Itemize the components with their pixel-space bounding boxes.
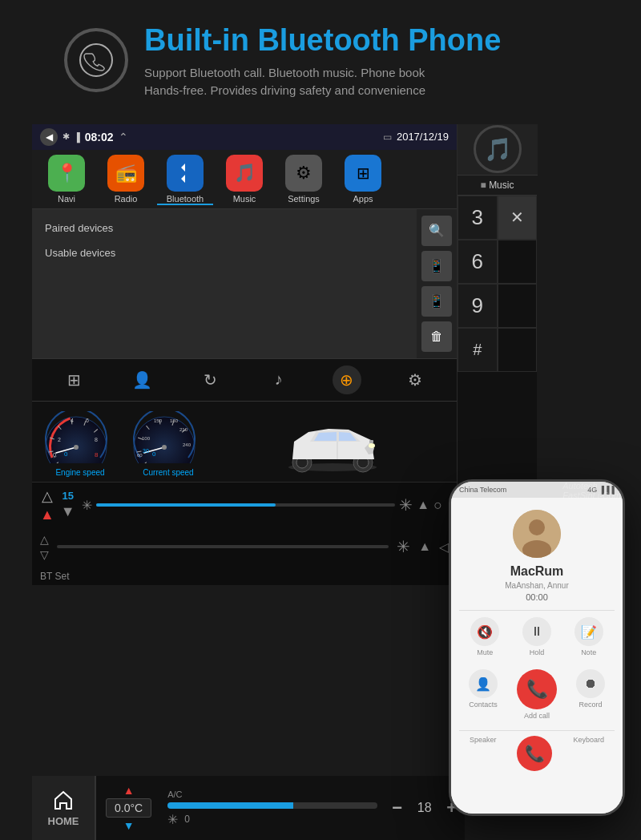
home-bar: HOME ▲ 0.0°C ▼ A/C ✳ 0 − 18 + <box>32 776 465 840</box>
bt-delete-button[interactable]: 🗑 <box>421 321 452 352</box>
caller-location: MaAnshan, Annur <box>505 581 569 590</box>
mute-action[interactable]: 🔇 Mute <box>470 617 499 656</box>
home-ac-slider[interactable] <box>167 802 377 809</box>
ac-number: 15 <box>62 490 74 502</box>
paired-devices-item[interactable]: Paired devices <box>32 216 417 240</box>
call-duration: 00:00 <box>526 592 548 602</box>
ac-label-row: A/C <box>167 790 377 799</box>
speaker-label: Speaker <box>470 736 497 771</box>
status-icons: ✱ ▐ <box>62 131 80 142</box>
keypad-x[interactable]: ✕ <box>498 196 538 240</box>
subtitle-line2: Hands-free. Provides driving safety and … <box>144 82 577 100</box>
usable-devices-item[interactable]: Usable devices <box>32 240 417 265</box>
gauge-section: 0 2 4 6 8 8 0 Engine speed <box>32 402 457 482</box>
battery-icon: ▭ <box>383 131 392 143</box>
svg-point-46 <box>529 519 545 535</box>
caller-name: MacRum <box>510 564 564 579</box>
user-nav-icon[interactable]: 👤 <box>128 365 157 394</box>
home-icon <box>52 790 75 812</box>
music-widget: 🎵 <box>458 124 538 176</box>
keypad-9[interactable]: 9 <box>458 284 498 328</box>
bt-set-bar: △ ▽ ✳ ▲ ◁ <box>32 528 457 566</box>
bt-slider[interactable] <box>57 545 389 548</box>
contacts-label: Contacts <box>469 701 498 709</box>
temp-down-arrow[interactable]: ▼ <box>123 820 135 831</box>
navi-label: Navi <box>58 194 75 204</box>
radio-icon: 📻 <box>107 155 144 192</box>
record-action[interactable]: ⏺ Record <box>576 669 605 720</box>
up-btn-bt[interactable]: ▲ <box>418 539 431 554</box>
settings-nav-icon[interactable]: ⚙ <box>401 365 429 394</box>
home-slider-area: A/C ✳ 0 <box>161 790 384 827</box>
date-display: 2017/12/19 <box>397 131 449 143</box>
ac-fan-slider: ✳ ✳ ▲ ○ <box>75 495 449 515</box>
car-image <box>276 410 389 474</box>
note-action[interactable]: 📝 Note <box>574 617 603 656</box>
app-settings[interactable]: ⚙ Settings <box>276 155 332 205</box>
bt-search-button[interactable]: 🔍 <box>421 216 452 246</box>
car-image-area <box>216 410 449 474</box>
phone-carrier: China Telecom <box>459 486 506 494</box>
hold-icon: ⏸ <box>522 617 551 646</box>
app-navi[interactable]: 📍 Navi <box>38 155 95 205</box>
minus-button[interactable]: − <box>392 798 402 818</box>
app-bluetooth[interactable]: Bluetooth <box>157 155 213 205</box>
bt-phone-button[interactable]: 📱 <box>421 251 452 281</box>
up-btn-fan[interactable]: ▲ <box>417 498 429 512</box>
app-radio[interactable]: 📻 Radio <box>98 155 154 205</box>
bt-device-button[interactable]: 📱 <box>421 286 452 317</box>
svg-text:8: 8 <box>95 437 98 442</box>
grid-nav-icon[interactable]: ⊞ <box>60 365 89 394</box>
music-nav-icon[interactable]: ♪ <box>264 365 293 394</box>
circle-btn[interactable]: ○ <box>433 497 442 514</box>
ac-control-row: △ ▲ 15 ▼ ✳ ✳ ▲ ○ <box>32 482 457 528</box>
right-arrow-bt[interactable]: ◁ <box>439 539 449 555</box>
fan-icon-right: ✳ <box>399 495 413 515</box>
keypad-hash[interactable]: # <box>458 328 498 372</box>
refresh-nav-icon[interactable]: ↻ <box>196 365 225 394</box>
svg-text:6: 6 <box>86 418 89 423</box>
music-widget-label: ■ Music <box>458 176 537 196</box>
back-button[interactable]: ◀ <box>40 128 58 146</box>
link-nav-icon[interactable]: ⊕ <box>333 365 361 394</box>
up-solid-arrow[interactable]: ▲ <box>40 507 54 523</box>
status-left: ◀ ✱ ▐ 08:02 ⌃ <box>40 128 128 146</box>
svg-text:180: 180 <box>170 418 179 423</box>
keypad-3[interactable]: 3 <box>458 196 498 240</box>
hold-action[interactable]: ⏸ Hold <box>522 617 551 656</box>
call-button[interactable]: 📞 <box>517 669 557 709</box>
down-arrow-btn[interactable]: ▼ <box>61 503 75 520</box>
signal-icon: ▐ <box>74 132 80 142</box>
fan-slider-bar[interactable] <box>96 503 396 507</box>
svg-rect-44 <box>369 440 373 443</box>
app-music[interactable]: 🎵 Music <box>216 155 272 205</box>
app-bar: 📍 Navi 📻 Radio Bluetooth 🎵 Music <box>32 150 457 209</box>
temp-up-arrow[interactable]: ▲ <box>123 785 135 796</box>
phone-bottom-bar: Speaker 📞 Keyboard <box>459 730 615 776</box>
mute-icon: 🔇 <box>470 617 499 646</box>
engine-gauge: 0 2 4 6 8 8 0 Engine speed <box>40 411 120 471</box>
up-triangle[interactable]: △ <box>40 533 49 546</box>
down-arrow-small[interactable]: ▽ <box>40 548 49 561</box>
hold-label: Hold <box>530 648 545 656</box>
svg-text:0: 0 <box>64 450 68 458</box>
record-icon: ⏺ <box>576 669 605 698</box>
note-label: Note <box>581 648 596 656</box>
up-arrow-btn[interactable]: △ <box>42 487 53 505</box>
svg-text:240: 240 <box>183 442 191 447</box>
keypad-6[interactable]: 6 <box>458 240 498 284</box>
app-apps[interactable]: ⊞ Apps <box>335 155 391 205</box>
temp-display: 0.0°C <box>106 798 151 818</box>
add-call-action[interactable]: 📞 Add call <box>517 669 557 720</box>
contacts-action[interactable]: 👤 Contacts <box>469 669 498 720</box>
ac-text-label: A/C <box>167 790 182 799</box>
end-call-button[interactable]: 📞 <box>517 736 552 771</box>
keypad-empty2 <box>498 284 538 328</box>
phone-bottom-actions: 👤 Contacts 📞 Add call ⏺ Record <box>459 663 615 726</box>
settings-icon: ⚙ <box>285 155 322 192</box>
music-text: Music <box>489 180 514 191</box>
home-button[interactable]: HOME <box>32 776 96 840</box>
home-label: HOME <box>48 815 79 827</box>
svg-text:0: 0 <box>152 450 156 458</box>
speed-label: Current speed <box>128 468 208 477</box>
